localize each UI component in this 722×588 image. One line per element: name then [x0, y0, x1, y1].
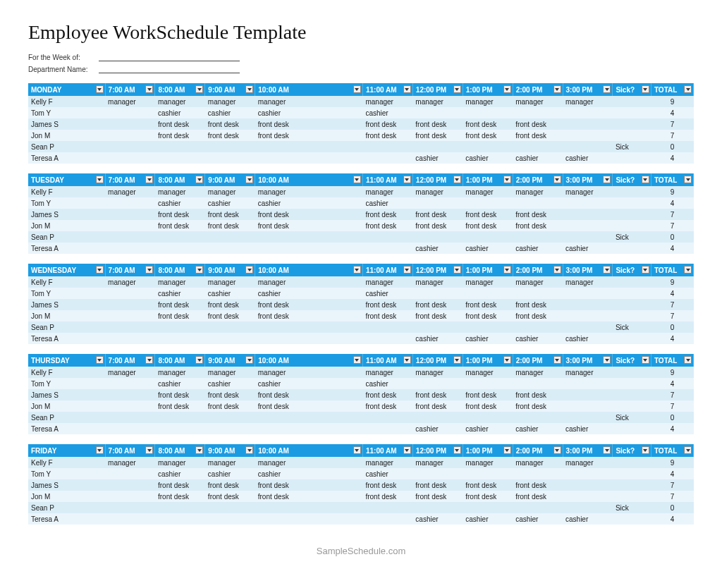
filter-dropdown-icon[interactable]	[684, 176, 692, 183]
column-header[interactable]: 3:00 PM	[563, 264, 613, 276]
column-header[interactable]: 1:00 PM	[463, 264, 513, 276]
column-header[interactable]: Sick?	[613, 83, 651, 96]
column-header[interactable]: 12:00 PM	[412, 173, 463, 186]
column-header[interactable]: 10:00 AM	[255, 354, 363, 367]
filter-dropdown-icon[interactable]	[403, 266, 411, 274]
filter-dropdown-icon[interactable]	[603, 446, 611, 454]
column-header[interactable]: 7:00 AM	[105, 173, 155, 186]
column-header[interactable]: 3:00 PM	[563, 354, 613, 367]
column-header[interactable]: 7:00 AM	[105, 354, 155, 367]
column-header[interactable]: 7:00 AM	[105, 444, 155, 457]
filter-dropdown-icon[interactable]	[553, 446, 561, 454]
day-header[interactable]: WEDNESDAY	[28, 264, 105, 276]
column-header[interactable]: 11:00 AM	[362, 444, 412, 457]
column-header[interactable]: 10:00 AM	[255, 83, 363, 96]
day-header[interactable]: THURSDAY	[28, 354, 105, 367]
filter-dropdown-icon[interactable]	[145, 85, 153, 93]
column-header[interactable]: Sick?	[613, 173, 651, 186]
filter-dropdown-icon[interactable]	[642, 266, 649, 274]
column-header[interactable]: TOTAL	[651, 83, 693, 96]
column-header[interactable]: 3:00 PM	[563, 83, 613, 96]
filter-dropdown-icon[interactable]	[553, 176, 561, 183]
column-header[interactable]: 8:00 AM	[155, 173, 205, 186]
column-header[interactable]: 8:00 AM	[155, 444, 205, 457]
filter-dropdown-icon[interactable]	[503, 266, 511, 274]
column-header[interactable]: 12:00 PM	[412, 354, 463, 367]
filter-dropdown-icon[interactable]	[195, 176, 203, 183]
filter-dropdown-icon[interactable]	[403, 85, 411, 93]
filter-dropdown-icon[interactable]	[245, 176, 253, 183]
filter-dropdown-icon[interactable]	[642, 85, 649, 93]
filter-dropdown-icon[interactable]	[603, 85, 611, 93]
filter-dropdown-icon[interactable]	[453, 176, 461, 183]
column-header[interactable]: 2:00 PM	[513, 444, 563, 457]
filter-dropdown-icon[interactable]	[603, 266, 611, 274]
filter-dropdown-icon[interactable]	[96, 446, 104, 454]
filter-dropdown-icon[interactable]	[96, 356, 104, 364]
filter-dropdown-icon[interactable]	[145, 446, 153, 454]
column-header[interactable]: TOTAL	[651, 173, 693, 186]
column-header[interactable]: 1:00 PM	[463, 444, 513, 457]
filter-dropdown-icon[interactable]	[403, 356, 411, 364]
column-header[interactable]: 2:00 PM	[513, 354, 563, 367]
column-header[interactable]: 12:00 PM	[412, 444, 463, 457]
column-header[interactable]: Sick?	[613, 444, 651, 457]
column-header[interactable]: 11:00 AM	[362, 354, 412, 367]
filter-dropdown-icon[interactable]	[353, 356, 361, 364]
day-header[interactable]: FRIDAY	[28, 444, 105, 457]
column-header[interactable]: 3:00 PM	[563, 444, 613, 457]
column-header[interactable]: 2:00 PM	[513, 173, 563, 186]
column-header[interactable]: 9:00 AM	[205, 83, 255, 96]
column-header[interactable]: 3:00 PM	[563, 173, 613, 186]
column-header[interactable]: 8:00 AM	[155, 264, 205, 276]
filter-dropdown-icon[interactable]	[453, 85, 461, 93]
column-header[interactable]: 8:00 AM	[155, 354, 205, 367]
column-header[interactable]: 2:00 PM	[513, 83, 563, 96]
filter-dropdown-icon[interactable]	[503, 446, 511, 454]
column-header[interactable]: 9:00 AM	[205, 354, 255, 367]
filter-dropdown-icon[interactable]	[195, 446, 203, 454]
filter-dropdown-icon[interactable]	[195, 85, 203, 93]
filter-dropdown-icon[interactable]	[145, 266, 153, 274]
filter-dropdown-icon[interactable]	[684, 266, 692, 274]
filter-dropdown-icon[interactable]	[403, 176, 411, 183]
column-header[interactable]: TOTAL	[651, 354, 693, 367]
filter-dropdown-icon[interactable]	[684, 446, 692, 454]
filter-dropdown-icon[interactable]	[684, 85, 692, 93]
column-header[interactable]: 1:00 PM	[463, 354, 513, 367]
column-header[interactable]: 12:00 PM	[412, 83, 463, 96]
filter-dropdown-icon[interactable]	[96, 85, 104, 93]
column-header[interactable]: 9:00 AM	[205, 444, 255, 457]
column-header[interactable]: 1:00 PM	[463, 83, 513, 96]
filter-dropdown-icon[interactable]	[503, 85, 511, 93]
filter-dropdown-icon[interactable]	[453, 446, 461, 454]
filter-dropdown-icon[interactable]	[245, 85, 253, 93]
filter-dropdown-icon[interactable]	[245, 446, 253, 454]
column-header[interactable]: Sick?	[613, 354, 651, 367]
column-header[interactable]: 11:00 AM	[362, 173, 412, 186]
filter-dropdown-icon[interactable]	[453, 266, 461, 274]
column-header[interactable]: 10:00 AM	[255, 444, 363, 457]
column-header[interactable]: TOTAL	[651, 264, 693, 276]
filter-dropdown-icon[interactable]	[603, 356, 611, 364]
column-header[interactable]: 10:00 AM	[255, 264, 363, 276]
filter-dropdown-icon[interactable]	[603, 176, 611, 183]
column-header[interactable]: 10:00 AM	[255, 173, 363, 186]
filter-dropdown-icon[interactable]	[553, 85, 561, 93]
filter-dropdown-icon[interactable]	[96, 266, 104, 274]
day-header[interactable]: MONDAY	[28, 83, 105, 96]
filter-dropdown-icon[interactable]	[684, 356, 692, 364]
filter-dropdown-icon[interactable]	[353, 446, 361, 454]
filter-dropdown-icon[interactable]	[503, 356, 511, 364]
column-header[interactable]: 11:00 AM	[362, 264, 412, 276]
filter-dropdown-icon[interactable]	[245, 266, 253, 274]
column-header[interactable]: TOTAL	[651, 444, 693, 457]
filter-dropdown-icon[interactable]	[553, 266, 561, 274]
column-header[interactable]: 7:00 AM	[105, 83, 155, 96]
filter-dropdown-icon[interactable]	[642, 446, 649, 454]
column-header[interactable]: 11:00 AM	[362, 83, 412, 96]
filter-dropdown-icon[interactable]	[353, 176, 361, 183]
filter-dropdown-icon[interactable]	[245, 356, 253, 364]
column-header[interactable]: 2:00 PM	[513, 264, 563, 276]
filter-dropdown-icon[interactable]	[353, 266, 361, 274]
